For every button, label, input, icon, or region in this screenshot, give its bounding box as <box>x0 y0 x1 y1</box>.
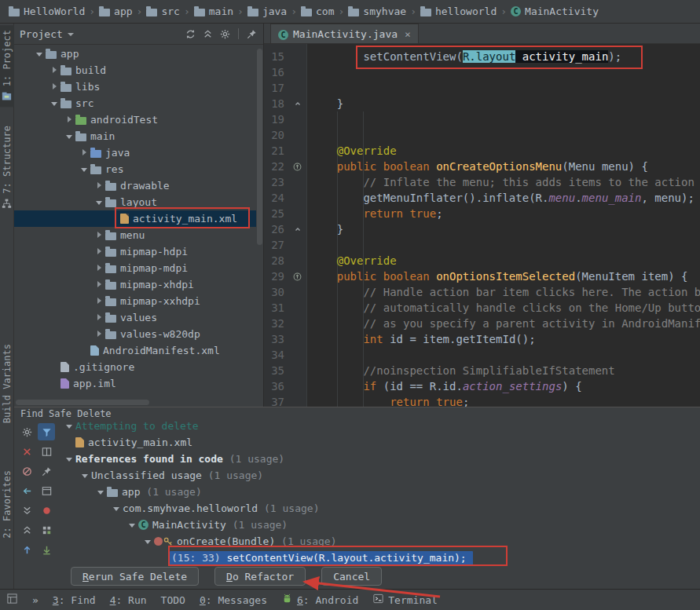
code-line-37[interactable]: 37 return true; <box>264 394 700 407</box>
project-tree-horizontal-scrollbar[interactable] <box>16 400 149 405</box>
selected-usage[interactable]: (15: 33) setContentView(R.layout.activit… <box>170 551 473 565</box>
pin-icon[interactable] <box>38 462 55 480</box>
expand-arrow-icon[interactable] <box>80 470 90 480</box>
expand-arrow-icon[interactable] <box>94 197 104 207</box>
expand-arrow-icon[interactable] <box>112 503 122 513</box>
tree-item-gitignore[interactable]: .gitignore <box>14 359 256 375</box>
stripe-button-2-favorites[interactable]: 2: Favorites <box>0 466 14 543</box>
tree-item-values-w820dp[interactable]: values-w820dp <box>14 326 256 342</box>
status-item-toolwindows[interactable] <box>6 593 18 607</box>
code-line-35[interactable]: 35 //noinspection SimplifiableIfStatemen… <box>264 363 700 378</box>
code-line-27[interactable]: 27 <box>264 237 700 253</box>
stripe-button-7-structure[interactable]: 7: Structure <box>0 121 14 214</box>
tree-item-res[interactable]: res <box>14 161 256 177</box>
editor-body[interactable]: 15 setContentView(R.layout.activity_main… <box>264 44 700 407</box>
tree-item-app[interactable]: app <box>14 46 256 62</box>
collapse-all-icon[interactable] <box>202 28 214 40</box>
collapse-arrow-icon[interactable] <box>94 296 104 306</box>
code-line-30[interactable]: 30 // Handle action bar item clicks here… <box>264 284 700 300</box>
status-item-4-run[interactable]: 4: Run <box>110 594 147 606</box>
code-line-32[interactable]: 32 // as you specify a parent activity i… <box>264 316 700 331</box>
collapse-arrow-icon[interactable] <box>94 230 104 240</box>
breadcrumb-item-mainactivity[interactable]: CMainActivity <box>508 5 601 17</box>
code-line-22[interactable]: 22 public boolean onCreateOptionsMenu(Me… <box>264 159 700 174</box>
breadcrumb-item-helloworld[interactable]: HelloWorld <box>6 5 87 17</box>
status-item-todo[interactable]: TODO <box>161 594 185 606</box>
project-view-selector[interactable]: Project <box>20 28 74 40</box>
close-red-icon[interactable] <box>18 443 35 460</box>
collapse-arrow-icon[interactable] <box>49 65 60 75</box>
tree-item-build[interactable]: build <box>14 62 256 79</box>
collapse-all-icon[interactable] <box>18 521 35 539</box>
status-item-6-android[interactable]: 6: Android <box>281 593 358 607</box>
expand-arrow-icon[interactable] <box>79 164 90 174</box>
usage-row[interactable]: app (1 usage) <box>61 484 694 500</box>
rerun-safe-delete-button[interactable]: Rerun Safe Delete <box>71 567 199 586</box>
preview-icon[interactable] <box>38 443 55 460</box>
status-item-0-messages[interactable]: 0: Messages <box>200 594 267 606</box>
code-line-21[interactable]: 21 @Override <box>264 143 700 159</box>
collapse-arrow-icon[interactable] <box>94 329 104 339</box>
collapse-arrow-icon[interactable] <box>49 82 60 92</box>
code-line-34[interactable]: 34 <box>264 347 700 363</box>
collapse-arrow-icon[interactable] <box>79 148 90 158</box>
status-item-3-find[interactable]: 3: Find <box>53 594 96 606</box>
code-line-19[interactable]: 19 <box>264 111 700 127</box>
code-line-29[interactable]: 29 public boolean onOptionsItemSelected(… <box>264 268 700 284</box>
usage-row[interactable]: Attempting to delete <box>61 418 694 434</box>
do-refactor-button[interactable]: Do Refactor <box>214 567 306 586</box>
code-line-23[interactable]: 23 // Inflate the menu; this adds items … <box>264 174 700 190</box>
code-line-28[interactable]: 28 @Override <box>264 253 700 268</box>
breadcrumb-item-src[interactable]: src <box>144 5 181 17</box>
status-item-item[interactable]: » <box>32 594 38 606</box>
exclude-icon[interactable] <box>18 462 35 480</box>
filter-active-icon[interactable] <box>38 423 55 440</box>
code-line-18[interactable]: 18 } <box>264 96 700 111</box>
status-item-terminal[interactable]: Terminal <box>372 593 438 607</box>
breadcrumb-item-java[interactable]: java <box>245 5 289 17</box>
nav-back-icon[interactable] <box>18 482 35 499</box>
tree-item-main[interactable]: main <box>14 128 256 144</box>
collapse-arrow-icon[interactable] <box>94 279 104 290</box>
collapse-arrow-icon[interactable] <box>94 247 104 257</box>
tree-item-src[interactable]: src <box>14 95 256 111</box>
code-line-36[interactable]: 36 if (id == R.id.action_settings) { <box>264 378 700 394</box>
tree-item-mipmap-xxhdpi[interactable]: mipmap-xxhdpi <box>14 293 256 309</box>
usage-row[interactable]: com.smyhvae.helloworld (1 usage) <box>61 500 694 517</box>
tab-mainactivity-java[interactable]: C MainActivity.java × <box>270 24 419 43</box>
scroll-up-icon[interactable] <box>18 541 35 558</box>
breadcrumb-item-app[interactable]: app <box>97 5 134 17</box>
stripe-button-build-variants[interactable]: Build Variants <box>0 339 14 428</box>
tab-close-icon[interactable]: × <box>405 28 411 40</box>
tree-item-activity-main-xml[interactable]: activity_main.xml <box>14 210 256 227</box>
stripe-button-1-project[interactable]: 1: Project <box>0 25 14 107</box>
code-line-33[interactable]: 33 int id = item.getItemId(); <box>264 331 700 347</box>
stop-red-icon[interactable] <box>38 502 55 519</box>
usage-row[interactable]: (15: 33) setContentView(R.layout.activit… <box>61 550 694 566</box>
settings-icon[interactable] <box>219 28 231 40</box>
collapse-arrow-icon[interactable] <box>64 115 75 125</box>
tree-item-mipmap-mdpi[interactable]: mipmap-mdpi <box>14 260 256 276</box>
usage-row[interactable]: Unclassified usage (1 usage) <box>61 467 694 484</box>
expand-arrow-icon[interactable] <box>96 487 106 497</box>
tree-item-androidtest[interactable]: androidTest <box>14 111 256 128</box>
window-icon[interactable] <box>38 482 55 499</box>
project-tree-vertical-scrollbar[interactable] <box>257 49 262 245</box>
expand-arrow-icon[interactable] <box>35 49 45 59</box>
usage-row[interactable]: onCreate(Bundle) (1 usage) <box>61 533 694 550</box>
tree-item-libs[interactable]: libs <box>14 79 256 95</box>
collapse-arrow-icon[interactable] <box>94 263 104 273</box>
tree-item-menu[interactable]: menu <box>14 227 256 243</box>
tree-item-app-iml[interactable]: app.iml <box>14 375 256 392</box>
collapse-arrow-icon[interactable] <box>94 312 104 323</box>
settings-gear-icon[interactable] <box>18 423 35 440</box>
tree-item-java[interactable]: java <box>14 144 256 161</box>
expand-arrow-icon[interactable] <box>64 131 75 141</box>
tree-item-drawable[interactable]: drawable <box>14 177 256 194</box>
autoscroll-icon[interactable] <box>38 541 55 558</box>
code-line-26[interactable]: 26 } <box>264 221 700 237</box>
breadcrumb-item-main[interactable]: main <box>192 5 236 17</box>
usage-row[interactable]: CMainActivity (1 usage) <box>61 517 694 533</box>
group-by-icon[interactable] <box>38 521 55 539</box>
cancel-button[interactable]: Cancel <box>321 567 382 586</box>
